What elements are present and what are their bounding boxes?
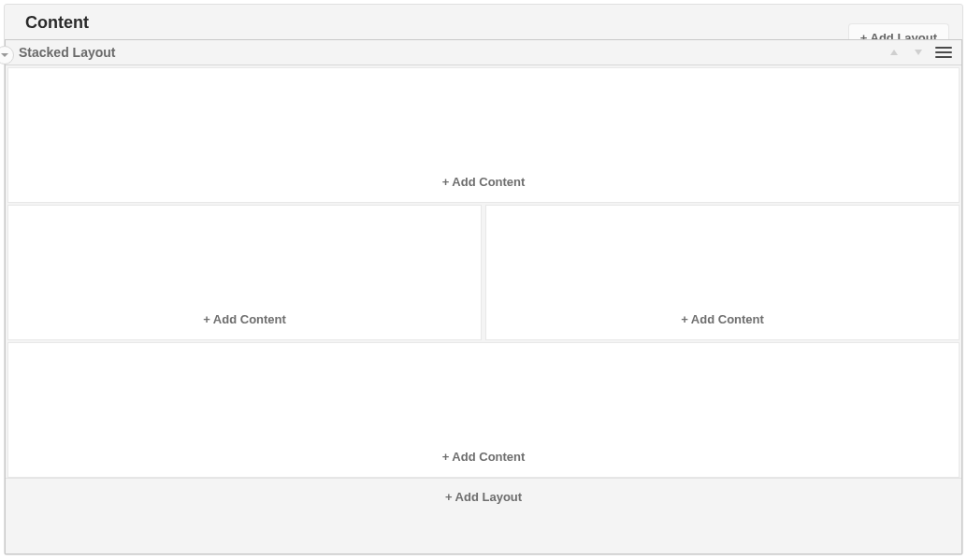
add-content-button[interactable]: + Add Content (681, 312, 764, 339)
layout-row: + Add Content (6, 67, 961, 203)
content-panel: Content + Add Layout Stacked Layout (4, 4, 963, 555)
chevron-down-icon (0, 47, 9, 64)
move-up-button[interactable] (887, 45, 902, 60)
content-cell[interactable]: + Add Content (7, 342, 960, 478)
add-content-button[interactable]: + Add Content (203, 312, 286, 339)
move-down-button[interactable] (911, 45, 926, 60)
hamburger-icon-bar (935, 51, 952, 53)
hamburger-icon-bar (935, 47, 952, 49)
stacked-layout-block: Stacked Layout (5, 39, 962, 554)
add-content-button[interactable]: + Add Content (442, 450, 526, 477)
hamburger-icon-bar (935, 56, 952, 58)
panel-title: Content (25, 13, 89, 33)
layout-row: + Add Content + Add Content (6, 205, 961, 340)
add-content-button[interactable]: + Add Content (442, 175, 526, 202)
content-cell[interactable]: + Add Content (7, 205, 482, 340)
layout-menu-button[interactable] (935, 45, 952, 60)
panel-header: Content + Add Layout (5, 5, 962, 39)
content-cell[interactable]: + Add Content (485, 205, 960, 340)
layout-controls (887, 45, 952, 60)
layout-body: + Add Content + Add Content + Add Conten… (6, 65, 961, 553)
content-cell[interactable]: + Add Content (7, 67, 960, 203)
layout-title: Stacked Layout (19, 45, 115, 60)
triangle-down-icon (914, 44, 923, 61)
add-layout-button-footer[interactable]: + Add Layout (6, 478, 961, 515)
layout-header: Stacked Layout (6, 40, 961, 65)
triangle-up-icon (889, 44, 899, 61)
layout-row: + Add Content (6, 342, 961, 478)
